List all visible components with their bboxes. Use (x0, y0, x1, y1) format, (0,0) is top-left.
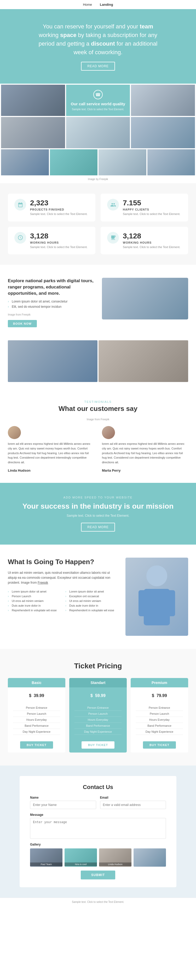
photo-building-lg (8, 340, 98, 382)
photo-person2 (1, 117, 65, 148)
message-textarea[interactable] (30, 818, 166, 839)
stat-label-3: WORKING HOURS (123, 241, 180, 244)
contact-row-name-email: Name Email (30, 796, 166, 809)
hero-text: You can reserve for yourself and your te… (21, 22, 175, 57)
explore-freepik: Image from Freepik (8, 313, 94, 316)
gallery-caption-1: Nira is cool (64, 862, 97, 866)
svg-rect-3 (166, 590, 175, 616)
price-feature-standart-2: Hours Everyday (74, 717, 122, 723)
price-feature-basic-0: Person Entrance (13, 705, 60, 711)
form-group-email: Email (100, 796, 166, 809)
cta-sublabel: Add more speed to your website (21, 496, 175, 499)
explore-bullet-1: Elit, sed do eiusmod tempor incidun (8, 304, 94, 309)
testimonial-text-0: lorem ad elit annex express highest test… (8, 442, 94, 465)
explore-image (102, 278, 188, 320)
whatis-right-3: Duis aute irure dolor in (65, 603, 117, 608)
price-feature-basic-2: Hours Everyday (13, 717, 60, 723)
buy-ticket-basic-button[interactable]: BUY TICKET (20, 741, 53, 749)
message-label: Message (30, 813, 166, 817)
whatis-list-right: Lorem ipsum dolor sit amet Exception ont… (65, 589, 117, 612)
photo-highlight: ☎ Our call service world quality Sample … (66, 85, 130, 116)
buy-ticket-premium-button[interactable]: BUY TICKET (143, 741, 176, 749)
price-feature-premium-3: Band Performance (136, 723, 183, 729)
footer: Sample text. Click to select the Text El… (0, 898, 196, 906)
stat-icon-3 (107, 232, 119, 243)
photo-interior (66, 117, 130, 148)
pricing-section: Ticket Pricing Basic $ 39.99 Person Entr… (0, 649, 196, 765)
gallery-item-1: Nira is cool (64, 848, 97, 867)
whatis-right-0: Lorem ipsum dolor sit amet (65, 589, 117, 594)
svg-rect-2 (138, 590, 148, 616)
explore-left: Explore national parks with digital tour… (8, 278, 94, 327)
price-feature-premium-1: Person Launch (136, 711, 183, 717)
hero-section: You can reserve for yourself and your te… (0, 9, 196, 84)
price-amount-basic: $ 39.99 (8, 687, 65, 702)
price-feature-basic-3: Band Performance (13, 723, 60, 729)
whatis-left-4: Reprehenderit in voluptate wit esse (8, 608, 60, 612)
stat-label-1: HAPPY CLIENTS (123, 208, 180, 211)
whatis-section: What Is Going To Happen? Ut enim ad mini… (0, 544, 196, 649)
explore-bullets: Lorem ipsum dolor sit amet, consectetur … (8, 299, 94, 309)
cta-section: Add more speed to your website Your succ… (0, 483, 196, 544)
stat-num-1: 7.155 (123, 199, 180, 207)
gallery-caption-0: Paul Team (30, 862, 63, 866)
cta-read-more-button[interactable]: READ MORE (81, 523, 115, 531)
highlight-text: Sample text. Click to select the Text El… (72, 108, 124, 111)
phone-icon: ☎ (93, 90, 103, 99)
submit-button[interactable]: SUBMIT (81, 870, 115, 880)
price-feature-premium-4: Day Night Experience (136, 729, 183, 735)
photo-person1 (1, 85, 65, 116)
whatis-left-3: Duis aute irure dolor in (8, 603, 60, 608)
stat-num-0: 2,323 (30, 199, 88, 207)
stat-num-2: 3,128 (30, 232, 88, 240)
photo-grid-section: ☎ Our call service world quality Sample … (0, 84, 196, 183)
explore-right (102, 278, 188, 321)
form-group-name: Name (30, 796, 96, 809)
stat-icon-0 (14, 199, 26, 210)
stat-text-2: Sample text. Click to select the Text El… (30, 245, 88, 249)
whatis-left: What Is Going To Happen? Ut enim ad mini… (8, 558, 117, 612)
price-feature-standart-3: Band Performance (74, 723, 122, 729)
price-feature-standart-1: Person Launch (74, 711, 122, 717)
name-input[interactable] (30, 801, 96, 809)
avatar-linda (8, 426, 21, 439)
stat-text-0: Sample text. Click to select the Text El… (30, 212, 88, 216)
email-input[interactable] (100, 801, 166, 809)
hero-read-more-button[interactable]: READ MORE (81, 62, 115, 71)
stat-num-3: 3,128 (123, 232, 180, 240)
photo-city (131, 117, 195, 148)
price-card-basic: Basic $ 39.99 Person Entrance Person Lau… (8, 678, 65, 752)
price-feature-standart-0: Person Entrance (74, 705, 122, 711)
form-group-message: Message (30, 813, 166, 839)
footer-text: Sample text. Click to select the Text El… (8, 900, 188, 904)
testimonial-name-1: Marta Perry (102, 468, 188, 473)
gallery-caption-2: Linda Hudson (99, 862, 132, 866)
testimonials-title: What our customers say (8, 405, 188, 413)
stat-icon-1 (107, 199, 119, 210)
gallery-row: Paul Team Nira is cool Linda Hudson (30, 848, 166, 867)
whatis-list-left: Lorem ipsum dolor sit amet Person Launch… (8, 589, 60, 612)
stat-card-3: 3,128 WORKING HOURS Sample text. Click t… (101, 227, 188, 255)
price-feature-basic-1: Person Launch (13, 711, 60, 717)
buy-ticket-standart-button[interactable]: BUY TICKET (82, 741, 114, 749)
nav-home[interactable]: Home (83, 3, 92, 6)
contact-section: Contact Us Name Email Message Gallery Pa… (0, 765, 196, 898)
testimonial-text-1: lorem ad elit annex express highest test… (102, 442, 188, 465)
stat-text-3: Sample text. Click to select the Text El… (123, 245, 180, 249)
nav-landing[interactable]: Landing (100, 3, 113, 6)
whatis-intro: Ut enim ad minim veniam, quis nostrud ex… (8, 570, 117, 585)
highlight-title: Our call service world quality (71, 101, 125, 107)
testimonial-avatar-0 (8, 426, 94, 439)
explore-book-button[interactable]: BOOK NOW (8, 320, 37, 327)
explore-title: Explore national parks with digital tour… (8, 278, 94, 296)
stats-section: 2,323 PROJECTS FINISHED Sample text. Cli… (0, 183, 196, 265)
cta-text: Sample text. Click to select the Text El… (21, 514, 175, 517)
testimonial-0: lorem ad elit annex express highest test… (8, 426, 94, 473)
photo-sm-1 (1, 149, 49, 175)
whatis-right (125, 558, 188, 636)
price-card-standart: Standart $ 59.99 Person Entrance Person … (69, 678, 127, 752)
stat-text-1: Sample text. Click to select the Text El… (123, 212, 180, 216)
testimonials-label: Testimonials (8, 400, 188, 403)
photo-sm-2 (50, 149, 98, 175)
price-amount-standart: $ 59.99 (69, 687, 127, 702)
